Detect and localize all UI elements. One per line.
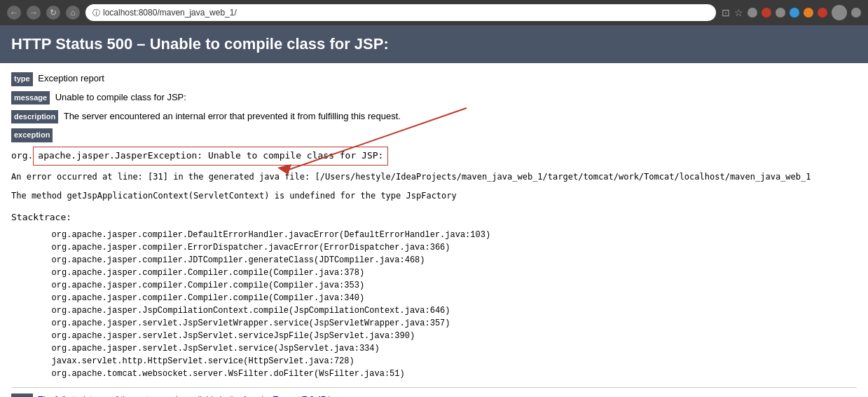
error-line1: An error occurred at line: [31] in the g… [11, 172, 811, 182]
stacktrace-content: org.apache.jasper.compiler.DefaultErrorH… [11, 229, 857, 380]
message-label: message [11, 91, 50, 105]
cast-icon: ⊡ [722, 7, 730, 18]
stacktrace-label-row: Stacktrace: [11, 210, 857, 225]
type-value: Exception report [38, 73, 104, 83]
description-value: The server encountered an internal error… [64, 111, 401, 121]
address-bar[interactable]: ⓘ localhost:8080/maven_java_web_1/ [85, 4, 716, 21]
note-label: note [11, 393, 33, 397]
home-button[interactable]: ⌂ [66, 6, 80, 20]
exception-prefix: org. [11, 149, 33, 163]
description-row: description The server encountered an in… [11, 109, 857, 124]
browser-toolbar-icons: ⊡ ☆ [722, 5, 861, 20]
bookmark-icon: ☆ [734, 7, 743, 18]
message-value: Unable to compile class for JSP: [55, 92, 186, 102]
exception-box: apache.jasper.JasperException: Unable to… [33, 147, 388, 166]
extension-icon-5 [804, 8, 813, 18]
extension-icon-3 [776, 8, 785, 18]
reload-button[interactable]: ↻ [46, 6, 60, 20]
stacktrace-label: Stacktrace: [11, 212, 71, 222]
description-label: description [11, 110, 58, 124]
extension-icon-6 [818, 8, 827, 18]
exception-row: exception [11, 128, 857, 142]
forward-button[interactable]: → [27, 6, 41, 20]
page-title: HTTP Status 500 – Unable to compile clas… [11, 35, 389, 53]
lock-icon: ⓘ [92, 8, 100, 18]
exception-detail-row: org.apache.jasper.JasperException: Unabl… [11, 147, 857, 166]
user-avatar [832, 5, 847, 20]
message-row: message Unable to compile class for JSP: [11, 90, 857, 105]
type-label: type [11, 72, 33, 86]
page-header: HTTP Status 500 – Unable to compile clas… [0, 25, 868, 63]
browser-chrome: ← → ↻ ⌂ ⓘ localhost:8080/maven_java_web_… [0, 0, 868, 25]
error-line2-row: The method getJspApplicationContext(Serv… [11, 189, 857, 203]
menu-icon [851, 8, 861, 18]
exception-label: exception [11, 128, 53, 142]
url-text: localhost:8080/maven_java_web_1/ [103, 8, 237, 18]
extension-icon-1 [748, 8, 757, 18]
extension-icon-2 [762, 8, 771, 18]
back-button[interactable]: ← [7, 6, 21, 20]
note-row: note The full stack trace of the root ca… [11, 387, 857, 397]
extension-icon-4 [790, 8, 799, 18]
error-line1-row: An error occurred at line: [31] in the g… [11, 170, 857, 184]
content-area: type Exception report message Unable to … [0, 63, 868, 397]
type-row: type Exception report [11, 72, 857, 86]
error-line2: The method getJspApplicationContext(Serv… [11, 191, 457, 201]
